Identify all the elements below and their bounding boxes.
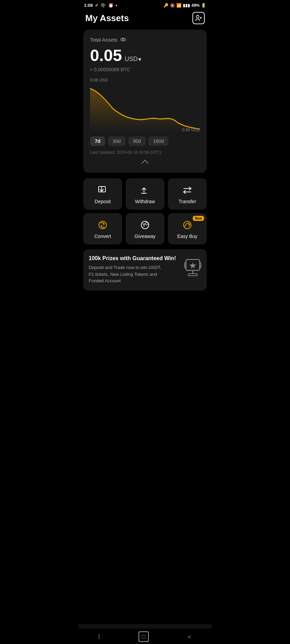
last-updated: Last Updated: 2024-06-16 04:08 (UTC): [90, 150, 200, 155]
collapse-button[interactable]: [90, 159, 200, 166]
total-value-row: 0.05 USD ▾: [90, 46, 200, 65]
battery-icon: 🔋: [201, 3, 206, 8]
currency-badge[interactable]: USD ▾: [125, 56, 141, 63]
convert-label: Convert: [94, 234, 111, 239]
time: 1:08: [84, 3, 93, 8]
deposit-label: Deposit: [95, 199, 111, 204]
btc-value: ≈ 0.00000089 BTC: [90, 67, 200, 72]
giveaway-icon: T: [140, 220, 150, 230]
svg-point-3: [121, 38, 126, 41]
battery: 49%: [191, 3, 200, 8]
assets-card: Total Assets 0.05 USD ▾ ≈ 0.00000089 BTC…: [83, 30, 207, 173]
promo-banner[interactable]: 100k Prizes with Guaranteed Win! Deposit…: [83, 249, 207, 290]
filter-7d[interactable]: 7d: [90, 136, 105, 146]
eye-icon[interactable]: [120, 36, 126, 43]
chevron-up-icon: [141, 160, 149, 164]
deposit-button[interactable]: Deposit: [83, 178, 122, 210]
page-title: My Assets: [85, 13, 129, 24]
easybuy-button[interactable]: New Easy Buy: [168, 213, 207, 244]
convert-button[interactable]: Convert: [83, 213, 122, 244]
profile-icon: [195, 14, 202, 22]
filter-30d[interactable]: 30d: [108, 136, 125, 146]
status-right: 🔑 🔇 📶 ▮▮▮ 49% 🔋: [163, 3, 206, 8]
withdraw-label: Withdraw: [135, 199, 155, 204]
svg-point-0: [197, 15, 199, 18]
easybuy-icon: [182, 220, 192, 230]
key-icon: 🔑: [163, 3, 169, 8]
wifi-icon: 📶: [176, 3, 182, 8]
filter-180d[interactable]: 180d: [148, 136, 169, 146]
shield-icon: 🪖: [101, 3, 106, 8]
chart-label-top: 0.06 USD: [90, 78, 108, 83]
deposit-icon: [98, 185, 108, 195]
profile-button[interactable]: [192, 12, 205, 24]
withdraw-button[interactable]: Withdraw: [126, 178, 164, 210]
status-left: 1:08 ✓ 🪖 ⏰ •: [84, 3, 117, 8]
sound-icon: 🔇: [170, 3, 175, 8]
total-assets-label: Total Assets: [90, 36, 200, 43]
action-grid: Deposit Withdraw Transfer Convert: [83, 178, 207, 244]
giveaway-button[interactable]: T Giveaway: [126, 213, 164, 244]
alarm-icon: ⏰: [108, 3, 114, 8]
promo-description: Deposit and Trade now to win USDT, F1 ti…: [89, 264, 164, 284]
svg-rect-18: [188, 274, 197, 276]
transfer-icon: [182, 185, 192, 195]
page-header: My Assets: [78, 9, 212, 30]
svg-text:T: T: [143, 223, 145, 228]
chart-container: 0.06 USD 0.05 USD: [90, 78, 200, 132]
new-badge: New: [193, 216, 204, 221]
status-bar: 1:08 ✓ 🪖 ⏰ • 🔑 🔇 📶 ▮▮▮ 49% 🔋: [78, 0, 212, 9]
chevron-down-icon: ▾: [138, 56, 141, 63]
assets-chart: [90, 85, 200, 132]
filter-90d[interactable]: 90d: [128, 136, 146, 146]
withdraw-icon: [140, 185, 150, 195]
dot-icon: •: [116, 3, 117, 8]
svg-marker-19: [189, 262, 196, 269]
transfer-button[interactable]: Transfer: [168, 178, 207, 210]
check-icon: ✓: [95, 3, 99, 8]
promo-text: 100k Prizes with Guaranteed Win! Deposit…: [89, 255, 176, 284]
svg-point-4: [122, 39, 124, 41]
promo-title: 100k Prizes with Guaranteed Win!: [89, 255, 176, 261]
easybuy-label: Easy Buy: [177, 234, 197, 239]
transfer-label: Transfer: [178, 199, 196, 204]
time-filters: 7d 30d 90d 180d: [90, 136, 200, 146]
promo-trophy-icon: [184, 259, 201, 281]
chart-label-bottom: 0.05 USD: [182, 128, 200, 132]
convert-icon: [98, 220, 108, 230]
total-value: 0.05: [90, 46, 122, 65]
svg-point-14: [145, 222, 148, 225]
giveaway-label: Giveaway: [134, 234, 155, 239]
signal-icon: ▮▮▮: [183, 3, 190, 8]
